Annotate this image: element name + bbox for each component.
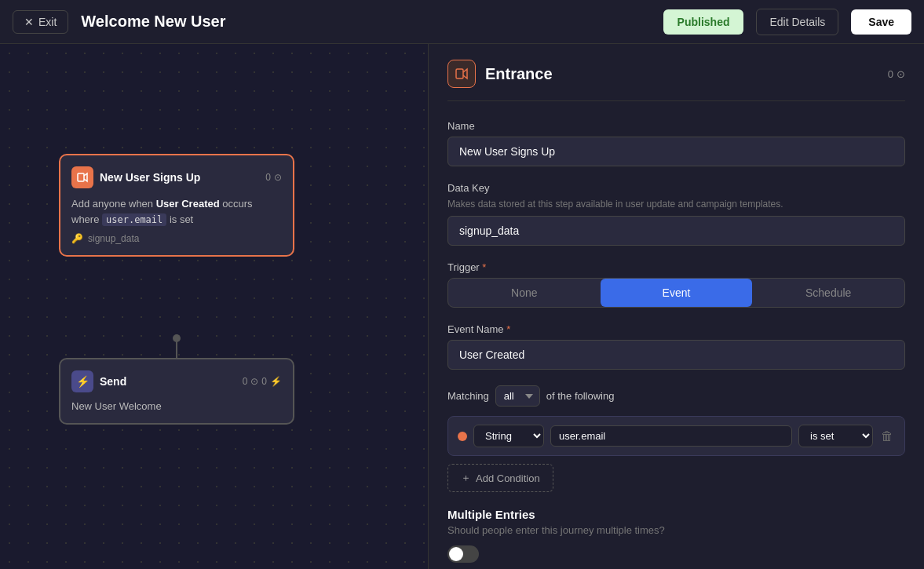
entrance-node-body: Add anyone when User Created occurs wher… [71,196,282,227]
of-the-following-text: of the following [546,390,615,402]
panel-count: 0 ⊙ [888,68,905,80]
svg-rect-0 [78,173,84,181]
matching-group: Matching all any of the following String… [447,385,905,492]
add-condition-label: Add Condition [476,472,540,484]
header: ✕ Exit Welcome New User Published Edit D… [0,0,924,44]
matching-select[interactable]: all any [495,385,540,407]
condition-delete-button[interactable]: 🗑 [879,428,895,445]
toggle-thumb [449,547,463,561]
add-condition-button[interactable]: ＋ Add Condition [447,464,553,492]
data-key-sublabel: Makes data stored at this step available… [447,199,905,210]
x-icon: ✕ [24,16,34,28]
matching-row: Matching all any of the following [447,385,905,407]
trigger-group: Trigger None Event Schedule [447,261,905,308]
send-node-count: 0 ⊙ 0 ⚡ [243,376,282,387]
canvas: New User Signs Up 0 ⊙ Add anyone when Us… [0,44,428,569]
entrance-node-icon [71,166,93,188]
entrance-node[interactable]: New User Signs Up 0 ⊙ Add anyone when Us… [59,154,294,257]
send-node-header: ⚡ Send 0 ⊙ 0 ⚡ [71,370,282,392]
entrance-node-header: New User Signs Up 0 ⊙ [71,166,282,188]
save-button[interactable]: Save [851,9,911,35]
event-name-group: Event Name [447,323,905,370]
send-node-email: New User Welcome [71,400,282,412]
event-name-label: Event Name [447,323,905,335]
published-button[interactable]: Published [663,9,744,35]
send-node[interactable]: ⚡ Send 0 ⊙ 0 ⚡ New User Welcome [59,358,294,425]
name-group: Name [447,120,905,166]
panel-title: Entrance [485,65,878,83]
svg-rect-1 [456,69,463,78]
multiple-entries-group: Multiple Entries Should people enter thi… [447,508,905,563]
edit-details-button[interactable]: Edit Details [756,9,838,35]
send-node-title: Send [100,375,236,388]
entrance-node-title: New User Signs Up [100,171,259,184]
trigger-event-button[interactable]: Event [601,279,753,307]
condition-operator-select[interactable]: is set is not set equals [798,425,873,447]
panel-entrance-icon [447,60,476,88]
data-key-group: Data Key Makes data stored at this step … [447,182,905,246]
key-icon: 🔑 [71,233,83,244]
event-name-input[interactable] [447,340,905,370]
condition-dot [458,432,467,441]
plus-icon: ＋ [461,471,471,485]
exit-label: Exit [38,16,57,28]
data-key-label: Data Key [447,182,905,194]
exit-button[interactable]: ✕ Exit [13,10,68,34]
data-key-input[interactable] [447,216,905,246]
main-area: New User Signs Up 0 ⊙ Add anyone when Us… [0,44,924,569]
trigger-options: None Event Schedule [447,278,905,308]
trigger-none-button[interactable]: None [448,279,601,307]
connector-dot-top [173,334,181,342]
multiple-entries-title: Multiple Entries [447,508,905,521]
condition-type-select[interactable]: String Number Boolean [473,425,544,447]
multiple-entries-toggle[interactable] [447,545,479,563]
entrance-node-data-key: 🔑 signup_data [71,233,282,244]
condition-field-input[interactable] [550,425,792,447]
trigger-schedule-button[interactable]: Schedule [752,279,904,307]
page-title: Welcome New User [81,13,650,31]
name-label: Name [447,120,905,132]
multiple-entries-sub: Should people enter this journey multipl… [447,524,905,536]
right-panel: Entrance 0 ⊙ Name Data Key Makes data st… [428,44,924,569]
name-input[interactable] [447,137,905,166]
panel-header: Entrance 0 ⊙ [447,60,905,101]
send-node-icon: ⚡ [71,370,93,392]
trigger-label: Trigger [447,261,905,273]
matching-label: Matching [447,390,489,402]
condition-row: String Number Boolean is set is not set … [447,416,905,456]
entrance-node-count: 0 ⊙ [265,172,282,183]
